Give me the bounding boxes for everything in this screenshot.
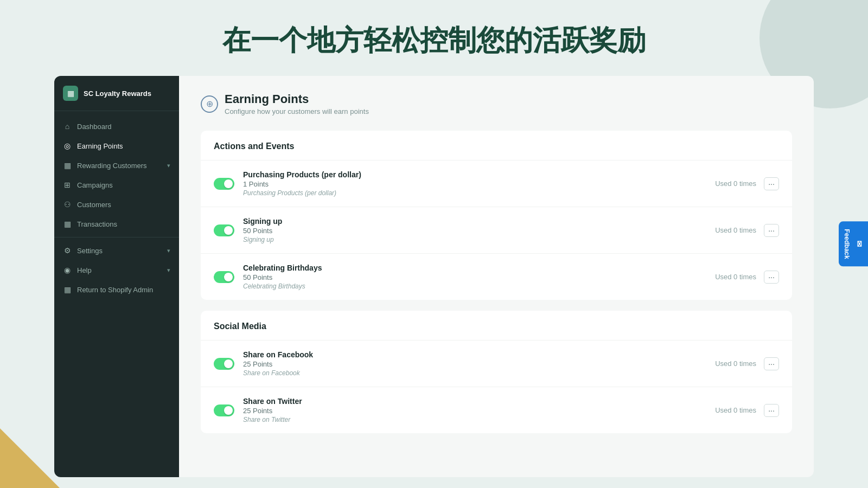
settings-icon: ⚙	[63, 246, 72, 255]
section-title-actions-events: Actions and Events	[201, 131, 792, 160]
toggle-knob-5	[224, 406, 233, 415]
sidebar-item-transactions[interactable]: ▦ Transactions	[54, 214, 179, 234]
sidebar-label-help: Help	[77, 266, 92, 274]
sidebar-label-transactions: Transactions	[77, 220, 117, 228]
customers-icon: ⚇	[63, 200, 72, 209]
dashboard-icon: ⌂	[63, 122, 72, 131]
main-layout: ▦ SC Loyalty Rewards ⌂ Dashboard ◎ Earni…	[0, 76, 868, 477]
used-times-facebook: Used 0 times	[715, 359, 756, 368]
feedback-tab[interactable]: ✉ Feedback	[839, 221, 868, 266]
feedback-icon: ✉	[855, 240, 864, 248]
sidebar-label-earning-points: Earning Points	[77, 142, 123, 150]
content-header: ⊕ Earning Points Configure how your cust…	[201, 92, 792, 115]
sidebar-item-earning-points[interactable]: ◎ Earning Points	[54, 136, 179, 156]
reward-subtitle-signing-up: Signing up	[243, 236, 706, 243]
reward-points-twitter: 25 Points	[243, 407, 706, 415]
content-page-title: Earning Points	[225, 92, 369, 106]
section-title-social-media: Social Media	[201, 311, 792, 340]
reward-row-birthdays: Celebrating Birthdays 50 Points Celebrat…	[201, 253, 792, 300]
earning-points-icon: ◎	[63, 142, 72, 150]
more-button-facebook[interactable]: ···	[764, 357, 779, 370]
sidebar-item-help[interactable]: ◉ Help ▾	[54, 260, 179, 280]
toggle-knob	[224, 179, 233, 188]
page-hero: 在一个地方轻松控制您的活跃奖励	[0, 0, 868, 76]
sidebar-item-return-shopify[interactable]: ▦ Return to Shopify Admin	[54, 280, 179, 299]
sidebar-item-campaigns[interactable]: ⊞ Campaigns	[54, 175, 179, 195]
toggle-twitter[interactable]	[214, 404, 234, 416]
reward-name-twitter: Share on Twitter	[243, 397, 706, 406]
more-button-signing-up[interactable]: ···	[764, 224, 779, 237]
toggle-purchasing-products[interactable]	[214, 178, 234, 190]
toggle-signing-up[interactable]	[214, 224, 234, 236]
chevron-down-icon-help: ▾	[167, 267, 170, 274]
sidebar-label-rewarding-customers: Rewarding Customers	[77, 162, 147, 170]
toggle-knob-3	[224, 273, 233, 281]
reward-row-twitter: Share on Twitter 25 Points Share on Twit…	[201, 387, 792, 433]
app-name: SC Loyalty Rewards	[84, 89, 151, 98]
sidebar-item-rewarding-customers[interactable]: ▦ Rewarding Customers ▾	[54, 156, 179, 175]
main-content: ⊕ Earning Points Configure how your cust…	[179, 76, 814, 477]
reward-row-signing-up: Signing up 50 Points Signing up Used 0 t…	[201, 207, 792, 253]
more-button-birthdays[interactable]: ···	[764, 271, 779, 284]
feedback-label: Feedback	[843, 229, 851, 259]
used-times-signing-up: Used 0 times	[715, 226, 756, 234]
reward-points-signing-up: 50 Points	[243, 227, 706, 235]
sidebar-item-customers[interactable]: ⚇ Customers	[54, 195, 179, 214]
more-button-purchasing[interactable]: ···	[764, 177, 779, 190]
section-social-media: Social Media Share on Facebook 25 Points…	[201, 311, 792, 433]
sidebar-label-dashboard: Dashboard	[77, 123, 112, 131]
hero-title: 在一个地方轻松控制您的活跃奖励	[0, 22, 868, 60]
toggle-birthdays[interactable]	[214, 271, 234, 283]
sidebar-item-dashboard[interactable]: ⌂ Dashboard	[54, 117, 179, 136]
reward-name-facebook: Share on Facebook	[243, 350, 706, 359]
toggle-knob-2	[224, 226, 233, 235]
rewarding-customers-icon: ▦	[63, 161, 72, 170]
return-shopify-icon: ▦	[63, 285, 72, 294]
reward-points-birthdays: 50 Points	[243, 273, 706, 281]
chevron-down-icon-settings: ▾	[167, 247, 170, 254]
reward-subtitle-purchasing: Purchasing Products (per dollar)	[243, 189, 706, 197]
transactions-icon: ▦	[63, 220, 72, 228]
sidebar-label-return-shopify: Return to Shopify Admin	[77, 286, 153, 294]
used-times-purchasing: Used 0 times	[715, 179, 756, 188]
sidebar-nav: ⌂ Dashboard ◎ Earning Points ▦ Rewarding…	[54, 111, 179, 305]
chevron-down-icon: ▾	[167, 162, 170, 169]
more-button-twitter[interactable]: ···	[764, 404, 779, 417]
reward-subtitle-birthdays: Celebrating Birthdays	[243, 282, 706, 290]
sidebar-header: ▦ SC Loyalty Rewards	[54, 76, 179, 111]
sidebar-divider	[54, 237, 179, 237]
sidebar: ▦ SC Loyalty Rewards ⌂ Dashboard ◎ Earni…	[54, 76, 179, 477]
content-header-icon: ⊕	[201, 95, 218, 113]
used-times-twitter: Used 0 times	[715, 406, 756, 414]
reward-row-facebook: Share on Facebook 25 Points Share on Fac…	[201, 340, 792, 387]
content-page-subtitle: Configure how your customers will earn p…	[225, 107, 369, 115]
app-logo-icon: ▦	[63, 86, 78, 101]
toggle-facebook[interactable]	[214, 358, 234, 370]
reward-name-signing-up: Signing up	[243, 217, 706, 226]
sidebar-item-settings[interactable]: ⚙ Settings ▾	[54, 241, 179, 260]
campaigns-icon: ⊞	[63, 181, 72, 189]
reward-points-facebook: 25 Points	[243, 360, 706, 368]
reward-subtitle-twitter: Share on Twitter	[243, 416, 706, 423]
toggle-knob-4	[224, 359, 233, 368]
reward-name-birthdays: Celebrating Birthdays	[243, 264, 706, 272]
sidebar-label-campaigns: Campaigns	[77, 181, 113, 189]
used-times-birthdays: Used 0 times	[715, 273, 756, 281]
reward-points-purchasing: 1 Points	[243, 180, 706, 188]
reward-subtitle-facebook: Share on Facebook	[243, 369, 706, 377]
sidebar-label-customers: Customers	[77, 201, 111, 209]
reward-row-purchasing-products: Purchasing Products (per dollar) 1 Point…	[201, 160, 792, 207]
sidebar-label-settings: Settings	[77, 247, 103, 255]
reward-name-purchasing: Purchasing Products (per dollar)	[243, 170, 706, 179]
help-icon: ◉	[63, 266, 72, 274]
section-actions-events: Actions and Events Purchasing Products (…	[201, 131, 792, 300]
